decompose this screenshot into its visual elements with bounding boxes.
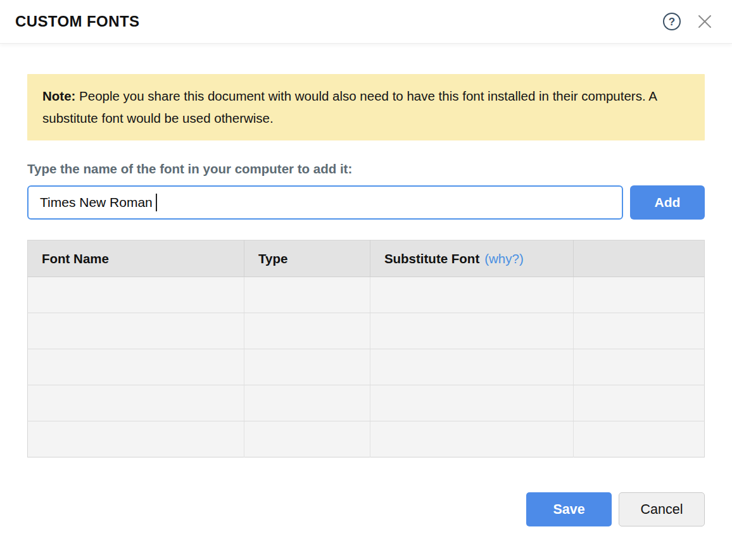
- table-cell: [370, 313, 573, 349]
- column-header-substitute-font: Substitute Font(why?): [370, 240, 573, 277]
- table-cell: [28, 421, 244, 457]
- table-row: [28, 349, 705, 385]
- table-cell: [244, 277, 370, 313]
- table-cell: [244, 421, 370, 457]
- table-cell: [370, 421, 573, 457]
- column-header-actions: [573, 240, 704, 277]
- save-button[interactable]: Save: [526, 492, 612, 526]
- font-input-label: Type the name of the font in your comput…: [27, 161, 705, 177]
- table-row: [28, 313, 705, 349]
- close-icon: [698, 15, 712, 28]
- table-cell: [370, 277, 573, 313]
- table-header-row: Font Name Type Substitute Font(why?): [28, 240, 705, 277]
- circled-question-mark-icon: ?: [662, 12, 681, 31]
- table-cell: [244, 313, 370, 349]
- table-cell: [370, 349, 573, 385]
- dialog-header: CUSTOM FONTS ?: [0, 0, 732, 44]
- table-cell: [244, 385, 370, 421]
- table-cell: [573, 313, 704, 349]
- note-text: People you share this document with woul…: [42, 89, 657, 125]
- table-row: [28, 421, 705, 457]
- note-label: Note:: [42, 89, 75, 103]
- close-button[interactable]: [694, 11, 716, 32]
- why-link[interactable]: (why?): [484, 251, 524, 266]
- table-row: [28, 277, 705, 313]
- text-cursor: [156, 194, 157, 211]
- table-cell: [573, 385, 704, 421]
- table-body: [28, 277, 705, 457]
- font-input-row: Times New Roman Add: [27, 185, 705, 220]
- table-cell: [573, 277, 704, 313]
- font-name-input[interactable]: Times New Roman: [27, 185, 623, 220]
- table-cell: [573, 349, 704, 385]
- column-header-font-name: Font Name: [28, 240, 244, 277]
- column-header-type: Type: [244, 240, 370, 277]
- table-cell: [28, 313, 244, 349]
- font-name-input-value: Times New Roman: [40, 195, 153, 210]
- add-button[interactable]: Add: [630, 185, 705, 220]
- svg-text:?: ?: [669, 16, 675, 28]
- help-button[interactable]: ?: [661, 11, 683, 32]
- table-cell: [28, 385, 244, 421]
- custom-fonts-dialog: CUSTOM FONTS ? Note: People you share th…: [0, 0, 732, 560]
- table-cell: [28, 277, 244, 313]
- dialog-content: Note: People you share this document wit…: [0, 74, 732, 457]
- table-cell: [28, 349, 244, 385]
- table-row: [28, 385, 705, 421]
- table-cell: [573, 421, 704, 457]
- dialog-footer: Save Cancel: [0, 492, 732, 526]
- custom-fonts-table: Font Name Type Substitute Font(why?): [27, 240, 705, 457]
- dialog-title: CUSTOM FONTS: [15, 13, 661, 30]
- table-cell: [244, 349, 370, 385]
- table-cell: [370, 385, 573, 421]
- cancel-button[interactable]: Cancel: [619, 492, 705, 526]
- note-banner: Note: People you share this document wit…: [27, 74, 705, 140]
